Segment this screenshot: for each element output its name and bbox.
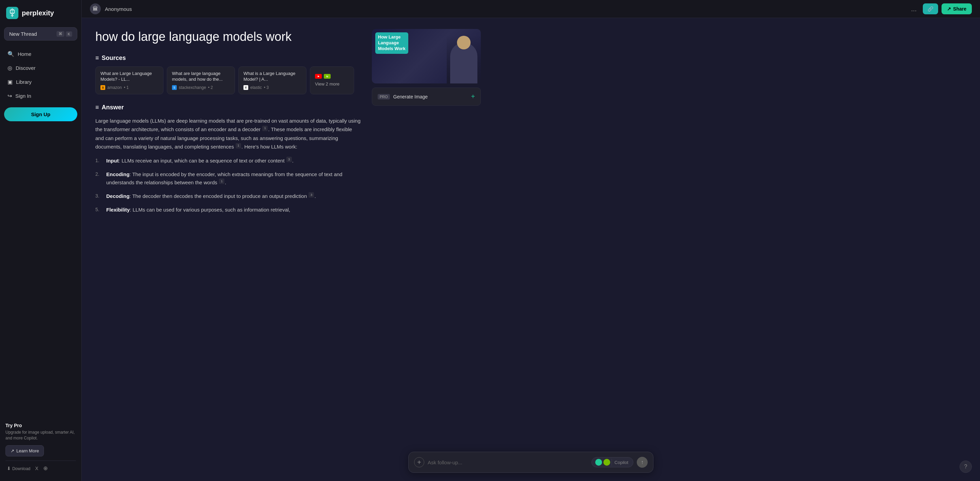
video-person-visual bbox=[447, 36, 481, 83]
sidebar-footer: ⬇ Download X ⊕ bbox=[5, 460, 76, 473]
generate-image-label: Generate Image bbox=[393, 94, 428, 99]
source-meta-elastic: e elastic • 3 bbox=[243, 85, 301, 90]
main-content-area: 🏛 Anonymous ... 🔗 ↗ Share how do large l… bbox=[82, 0, 980, 481]
sidebar-item-library[interactable]: ▣ Library bbox=[4, 75, 77, 89]
video-title-overlay: How Large Language Models Work bbox=[375, 32, 408, 54]
new-thread-button[interactable]: New Thread ⌘ K bbox=[4, 27, 77, 41]
sidebar-item-signin-label: Sign In bbox=[15, 93, 31, 99]
source-meta-stackexchange: s stackexchange • 2 bbox=[172, 85, 230, 90]
elastic-label: elastic bbox=[250, 85, 262, 90]
sign-up-button[interactable]: Sign Up bbox=[4, 107, 77, 121]
sidebar-item-discover-label: Discover bbox=[16, 65, 35, 71]
cite-2[interactable]: 1 bbox=[235, 143, 241, 148]
try-pro-title: Try Pro bbox=[5, 423, 76, 428]
sidebar-item-home-label: Home bbox=[18, 51, 31, 57]
add-attachment-button[interactable]: + bbox=[414, 457, 424, 467]
cite-4[interactable]: 1 bbox=[219, 178, 224, 184]
header-actions: ... 🔗 ↗ Share bbox=[908, 3, 972, 14]
download-icon[interactable]: ⬇ Download bbox=[7, 466, 30, 471]
nvidia-icon: N bbox=[324, 74, 331, 79]
sidebar: perplexity New Thread ⌘ K 🔍 Home ◎ Disco… bbox=[0, 0, 82, 481]
answer-list-icon: ≡ bbox=[95, 104, 99, 111]
list-item-input: 1. Input: LLMs receive an input, which c… bbox=[95, 157, 361, 165]
source-meta-amazon: a amazon • 1 bbox=[100, 85, 158, 90]
stackexchange-favicon: s bbox=[172, 85, 177, 90]
share-label: Share bbox=[953, 6, 966, 11]
follow-up-input-container: + Copilot ↑ bbox=[408, 452, 654, 473]
sources-header: ≡ Sources bbox=[95, 54, 361, 62]
sidebar-item-signin[interactable]: ↪ Sign In bbox=[4, 89, 77, 102]
home-icon: 🔍 bbox=[8, 51, 14, 57]
copilot-label: Copilot bbox=[613, 460, 630, 465]
list-content-encoding: Encoding: The input is encoded by the en… bbox=[106, 170, 361, 187]
source-title-stackexchange: What are large language models, and how … bbox=[172, 71, 230, 83]
main-answer-section: how do large language models work ≡ Sour… bbox=[95, 29, 361, 440]
top-header: 🏛 Anonymous ... 🔗 ↗ Share bbox=[82, 0, 980, 18]
cite-1[interactable]: 1 bbox=[262, 126, 268, 131]
right-panel: How Large Language Models Work ▶ PRO Gen bbox=[372, 29, 481, 440]
sidebar-bottom: Try Pro Upgrade for image upload, smarte… bbox=[4, 417, 77, 476]
submit-button[interactable]: ↑ bbox=[637, 457, 648, 468]
view-more-label: View 2 more bbox=[315, 81, 339, 86]
follow-up-input[interactable] bbox=[428, 460, 588, 465]
answer-header: ≡ Answer bbox=[95, 104, 361, 111]
try-pro-description: Upgrade for image upload, smarter AI, an… bbox=[5, 430, 76, 441]
discord-icon[interactable]: ⊕ bbox=[43, 465, 48, 471]
logo-area: perplexity bbox=[4, 5, 77, 21]
video-thumbnail: How Large Language Models Work ▶ bbox=[372, 29, 481, 83]
new-thread-label: New Thread bbox=[9, 31, 37, 37]
person-head bbox=[457, 36, 471, 49]
kbd-k: K bbox=[66, 31, 72, 37]
cite-5[interactable]: 3 bbox=[309, 192, 314, 197]
sources-label: Sources bbox=[102, 54, 126, 62]
learn-more-button[interactable]: ↗ Learn More bbox=[5, 445, 44, 457]
copilot-toggle[interactable]: Copilot bbox=[592, 457, 633, 467]
cite-3[interactable]: 3 bbox=[286, 157, 292, 162]
list-content-input: Input: LLMs receive an input, which can … bbox=[106, 157, 294, 165]
twitter-icon[interactable]: X bbox=[35, 466, 38, 471]
elastic-favicon: e bbox=[243, 85, 248, 90]
learn-more-label: Learn More bbox=[16, 448, 39, 453]
sidebar-item-discover[interactable]: ◎ Discover bbox=[4, 61, 77, 75]
amazon-favicon: a bbox=[100, 85, 105, 90]
list-item-decoding: 3. Decoding: The decoder then decodes th… bbox=[95, 192, 361, 200]
list-num-2: 2. bbox=[95, 170, 102, 187]
list-item-flexibility: 5. Flexibility: LLMs can be used for var… bbox=[95, 206, 361, 214]
source-icons-row: N bbox=[315, 74, 331, 79]
elastic-count: • 3 bbox=[264, 85, 269, 90]
focus-icon: 🔗 bbox=[928, 6, 933, 11]
share-button[interactable]: ↗ Share bbox=[942, 3, 972, 14]
list-num-5: 5. bbox=[95, 206, 102, 214]
source-title-elastic: What is a Large Language Model? | A... bbox=[243, 71, 301, 83]
generate-image-button[interactable]: PRO Generate Image + bbox=[372, 88, 481, 106]
focus-button[interactable]: 🔗 bbox=[923, 3, 938, 14]
user-avatar: 🏛 bbox=[90, 3, 101, 14]
source-card-stackexchange[interactable]: What are large language models, and how … bbox=[167, 67, 235, 94]
library-icon: ▣ bbox=[8, 79, 13, 85]
query-title: how do large language models work bbox=[95, 29, 361, 45]
youtube-icon bbox=[315, 74, 322, 79]
person-body bbox=[450, 43, 477, 83]
copilot-dot-teal bbox=[595, 459, 602, 466]
amazon-count: • 1 bbox=[124, 85, 129, 90]
source-card-elastic[interactable]: What is a Large Language Model? | A... e… bbox=[239, 67, 307, 94]
answer-label: Answer bbox=[102, 104, 124, 111]
view-more-card[interactable]: N View 2 more bbox=[310, 67, 354, 94]
list-content-flexibility: Flexibility: LLMs can be used for variou… bbox=[106, 206, 290, 214]
stackexchange-count: • 2 bbox=[208, 85, 213, 90]
kbd-cmd: ⌘ bbox=[57, 31, 64, 37]
sources-grid: What are Large Language Models? - LL... … bbox=[95, 67, 361, 94]
answer-section: ≡ Answer Large language models (LLMs) ar… bbox=[95, 104, 361, 214]
list-num-1: 1. bbox=[95, 157, 102, 165]
user-label: Anonymous bbox=[105, 6, 904, 12]
video-card[interactable]: How Large Language Models Work ▶ bbox=[372, 29, 481, 83]
source-card-amazon[interactable]: What are Large Language Models? - LL... … bbox=[95, 67, 164, 94]
share-arrow-icon: ↗ bbox=[947, 6, 951, 11]
sidebar-item-home[interactable]: 🔍 Home bbox=[4, 47, 77, 61]
list-num-3: 3. bbox=[95, 192, 102, 200]
more-options-button[interactable]: ... bbox=[908, 4, 920, 14]
learn-more-arrow-icon: ↗ bbox=[11, 448, 14, 453]
sources-section: ≡ Sources What are Large Language Models… bbox=[95, 54, 361, 94]
content-area: how do large language models work ≡ Sour… bbox=[82, 18, 980, 481]
source-title-amazon: What are Large Language Models? - LL... bbox=[100, 71, 158, 83]
